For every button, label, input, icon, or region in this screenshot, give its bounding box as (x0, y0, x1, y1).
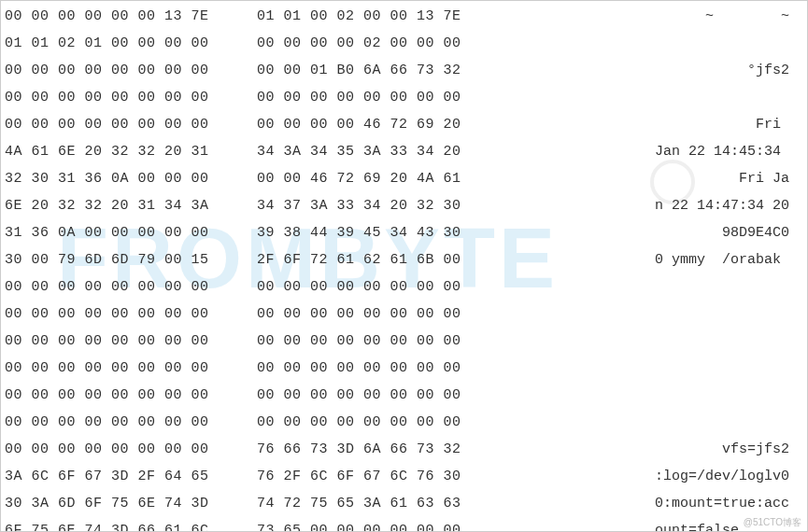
ascii-row (509, 84, 789, 111)
ascii-row: ~ ~ (509, 3, 789, 30)
hex-right-row: 34 37 3A 33 34 20 32 30 (257, 192, 490, 219)
hex-right-row: 01 01 00 02 00 00 13 7E (257, 3, 490, 30)
ascii-row (509, 382, 789, 409)
hex-right-row: 00 00 01 B0 6A 66 73 32 (257, 57, 490, 84)
hex-column-right: 01 01 00 02 00 00 13 7E00 00 00 00 02 00… (257, 3, 490, 532)
hex-right-row: 00 00 00 00 00 00 00 00 (257, 382, 490, 409)
hex-left-row: 30 3A 6D 6F 75 6E 74 3D (5, 490, 238, 517)
hex-right-row: 00 00 00 00 00 00 00 00 (257, 328, 490, 355)
hex-left-row: 01 01 02 01 00 00 00 00 (5, 30, 238, 57)
hex-left-row: 6E 20 32 32 20 31 34 3A (5, 192, 238, 219)
hex-right-row: 00 00 00 00 00 00 00 00 (257, 84, 490, 111)
hex-left-row: 00 00 00 00 00 00 00 00 (5, 111, 238, 138)
hex-right-row: 00 00 00 00 00 00 00 00 (257, 273, 490, 301)
ascii-row (509, 328, 789, 355)
ascii-row: Jan 22 14:45:34 (509, 138, 789, 165)
ascii-column: ~ ~ °jfs2 Fri Jan 22 14:45:34 Fri Jan 22… (509, 3, 789, 532)
ascii-row: 0 ymmy /orabak (509, 246, 789, 273)
footer-attribution: @51CTO博客 (744, 516, 801, 529)
hex-left-row: 00 00 00 00 00 00 00 00 (5, 328, 238, 355)
hex-left-row: 4A 61 6E 20 32 32 20 31 (5, 138, 238, 165)
hex-right-row: 39 38 44 39 45 34 43 30 (257, 219, 490, 246)
ascii-row: 98D9E4C0 (509, 219, 789, 246)
hex-right-row: 00 00 00 00 00 00 00 00 (257, 409, 490, 436)
hex-right-row: 76 2F 6C 6F 67 6C 76 30 (257, 463, 490, 490)
ascii-row: Fri (509, 111, 789, 138)
hex-left-row: 00 00 00 00 00 00 00 00 (5, 301, 238, 328)
ascii-row (509, 301, 789, 328)
ascii-row: Fri Ja (509, 165, 789, 192)
hex-right-row: 00 00 00 00 00 00 00 00 (257, 301, 490, 328)
hex-left-row: 6F 75 6E 74 3D 66 61 6C (5, 517, 238, 532)
hex-column-left: 00 00 00 00 00 00 13 7E01 01 02 01 00 00… (5, 3, 238, 532)
ascii-row: 0:mount=true:acc (509, 490, 789, 517)
hex-left-row: 00 00 00 00 00 00 13 7E (5, 3, 238, 30)
hex-right-row: 76 66 73 3D 6A 66 73 32 (257, 436, 490, 463)
hex-right-row: 34 3A 34 35 3A 33 34 20 (257, 138, 490, 165)
ascii-row (509, 30, 789, 57)
hex-left-row: 00 00 00 00 00 00 00 00 (5, 436, 238, 463)
hex-right-row: 73 65 00 00 00 00 00 00 (257, 517, 490, 532)
hex-left-row: 00 00 00 00 00 00 00 00 (5, 409, 238, 436)
ascii-row (509, 409, 789, 436)
hex-left-row: 00 00 00 00 00 00 00 00 (5, 84, 238, 111)
hex-right-row: 00 00 00 00 00 00 00 00 (257, 355, 490, 382)
hex-left-row: 32 30 31 36 0A 00 00 00 (5, 165, 238, 192)
hex-left-row: 31 36 0A 00 00 00 00 00 (5, 219, 238, 246)
ascii-row: °jfs2 (509, 57, 789, 84)
hex-right-row: 00 00 00 00 02 00 00 00 (257, 30, 490, 57)
hex-viewer: 00 00 00 00 00 00 13 7E01 01 02 01 00 00… (1, 1, 807, 532)
ascii-row (509, 355, 789, 382)
hex-right-row: 00 00 00 00 46 72 69 20 (257, 111, 490, 138)
hex-left-row: 3A 6C 6F 67 3D 2F 64 65 (5, 463, 238, 490)
ascii-row (509, 273, 789, 301)
hex-left-row: 30 00 79 6D 6D 79 00 15 (5, 246, 238, 273)
hex-left-row: 00 00 00 00 00 00 00 00 (5, 355, 238, 382)
hex-right-row: 2F 6F 72 61 62 61 6B 00 (257, 246, 490, 273)
hex-left-row: 00 00 00 00 00 00 00 00 (5, 382, 238, 409)
ascii-row: :log=/dev/loglv0 (509, 463, 789, 490)
hex-left-row: 00 00 00 00 00 00 00 00 (5, 273, 238, 301)
hex-right-row: 00 00 46 72 69 20 4A 61 (257, 165, 490, 192)
hex-right-row: 74 72 75 65 3A 61 63 63 (257, 490, 490, 517)
ascii-row: vfs=jfs2 (509, 436, 789, 463)
hex-left-row: 00 00 00 00 00 00 00 00 (5, 57, 238, 84)
ascii-row: n 22 14:47:34 20 (509, 192, 789, 219)
